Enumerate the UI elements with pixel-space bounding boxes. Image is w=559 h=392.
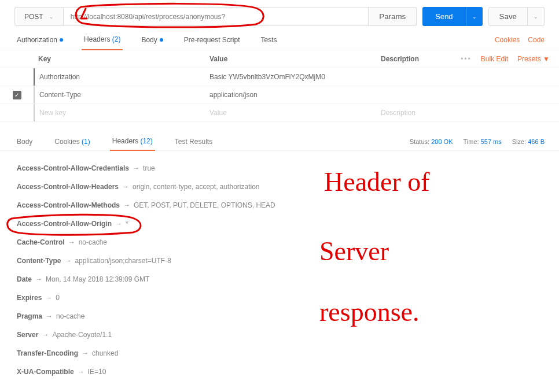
response-header-value: no-cache — [56, 312, 84, 320]
arrow-icon: → — [122, 183, 129, 191]
size-meta: Size: 466 B — [512, 138, 545, 145]
header-row-new[interactable]: New key Value Description — [0, 104, 559, 122]
response-header-name: Access-Control-Allow-Headers — [17, 183, 119, 191]
time-meta: Time: 557 ms — [463, 138, 501, 145]
method-label: POST — [24, 13, 43, 21]
response-header-row: Date→Mon, 14 May 2018 12:39:09 GMT — [14, 270, 545, 289]
response-tab-test-results[interactable]: Test Results — [172, 133, 215, 150]
arrow-icon: → — [35, 275, 42, 283]
response-header-name: X-UA-Compatible — [17, 368, 74, 376]
response-header-value: Mon, 14 May 2018 12:39:09 GMT — [46, 275, 149, 283]
more-icon[interactable]: ••• — [461, 55, 472, 63]
response-header-name: Server — [17, 331, 38, 339]
response-header-value: chunked — [92, 349, 118, 357]
response-header-value: Apache-Coyote/1.1 — [52, 331, 112, 339]
arrow-icon: → — [42, 331, 49, 339]
new-value-input[interactable]: Value — [205, 104, 376, 121]
response-header-row: Expires→0 — [14, 289, 545, 307]
response-header-name: Cache-Control — [17, 238, 65, 246]
column-header-value: Value — [205, 50, 376, 68]
header-desc-cell[interactable] — [376, 90, 559, 99]
arrow-icon: → — [64, 257, 71, 265]
arrow-icon: → — [133, 164, 139, 172]
header-value-cell[interactable]: application/json — [205, 86, 376, 103]
response-header-row: Access-Control-Allow-Headers→origin, con… — [14, 177, 545, 196]
dot-indicator — [160, 38, 163, 42]
response-header-value: true — [143, 164, 155, 172]
dot-indicator — [60, 38, 63, 42]
cookies-link[interactable]: Cookies — [495, 36, 520, 44]
header-desc-cell[interactable] — [376, 72, 559, 82]
new-key-input[interactable]: New key — [34, 104, 205, 121]
params-button[interactable]: Params — [369, 7, 417, 26]
response-header-row: Cache-Control→no-cache — [14, 233, 545, 252]
response-header-name: Access-Control-Allow-Credentials — [17, 164, 129, 172]
arrow-icon: → — [78, 368, 84, 376]
response-header-row: Content-Type→application/json;charset=UT… — [14, 252, 545, 270]
arrow-icon: → — [68, 238, 75, 246]
chevron-down-icon: ⌄ — [472, 14, 477, 20]
header-value-cell[interactable]: Basic YW5vbnltb3VzOmFiY2QxMjM0 — [205, 68, 376, 86]
tab-authorization[interactable]: Authorization — [14, 30, 65, 50]
http-method-select[interactable]: POST ⌄ — [14, 7, 64, 26]
response-header-value: GET, POST, PUT, DELETE, OPTIONS, HEAD — [134, 201, 275, 209]
response-header-row: Access-Control-Allow-Origin→* — [14, 215, 545, 233]
save-button[interactable]: Save — [488, 7, 528, 26]
tab-headers[interactable]: Headers (2) — [82, 29, 123, 50]
response-header-name: Date — [17, 275, 32, 283]
chevron-down-icon: ⌄ — [534, 14, 538, 20]
header-key-cell[interactable]: Authorization — [34, 68, 205, 86]
response-headers-list: Access-Control-Allow-Credentials→trueAcc… — [0, 151, 559, 389]
column-header-description: Description — [376, 50, 451, 68]
response-header-name: Access-Control-Allow-Methods — [17, 201, 120, 209]
response-header-value: application/json;charset=UTF-8 — [75, 257, 171, 265]
status-meta: Status: 200 OK — [410, 138, 453, 145]
url-input[interactable] — [64, 7, 369, 26]
response-header-value: * — [126, 220, 128, 228]
send-button[interactable]: Send — [422, 7, 465, 26]
new-desc-input[interactable]: Description — [376, 104, 559, 121]
arrow-icon: → — [123, 201, 130, 209]
response-tab-body[interactable]: Body — [14, 133, 35, 150]
checkbox-icon[interactable]: ✓ — [13, 91, 21, 99]
presets-dropdown[interactable]: Presets ▼ — [517, 55, 550, 63]
response-header-value: 0 — [56, 294, 60, 302]
column-header-key: Key — [34, 50, 205, 68]
code-link[interactable]: Code — [528, 36, 545, 44]
response-header-row: Transfer-Encoding→chunked — [14, 344, 545, 363]
response-header-name: Transfer-Encoding — [17, 349, 78, 357]
response-header-value: no-cache — [79, 238, 107, 246]
arrow-icon: → — [115, 220, 122, 228]
response-header-value: IE=10 — [88, 368, 106, 376]
response-tab-headers[interactable]: Headers (12) — [110, 132, 155, 151]
response-header-row: Access-Control-Allow-Credentials→true — [14, 159, 545, 177]
send-dropdown[interactable]: ⌄ — [466, 7, 483, 26]
bulk-edit-link[interactable]: Bulk Edit — [481, 55, 508, 63]
response-header-row: Pragma→no-cache — [14, 307, 545, 326]
response-header-name: Access-Control-Allow-Origin — [17, 220, 112, 228]
arrow-icon: → — [46, 312, 53, 320]
arrow-icon: → — [82, 349, 89, 357]
response-header-name: Pragma — [17, 312, 42, 320]
arrow-icon: → — [45, 294, 52, 302]
chevron-down-icon: ⌄ — [49, 14, 54, 20]
response-header-name: Content-Type — [17, 257, 61, 265]
response-header-value: origin, content-type, accept, authorizat… — [133, 183, 259, 191]
response-header-name: Expires — [17, 294, 42, 302]
tab-pre-request-script[interactable]: Pre-request Script — [182, 30, 242, 50]
tab-body[interactable]: Body — [139, 30, 165, 50]
header-row[interactable]: Authorization Basic YW5vbnltb3VzOmFiY2Qx… — [0, 68, 559, 86]
header-key-cell[interactable]: Content-Type — [34, 86, 205, 103]
save-dropdown[interactable]: ⌄ — [528, 7, 545, 26]
response-header-row: X-UA-Compatible→IE=10 — [14, 363, 545, 381]
response-tab-cookies[interactable]: Cookies (1) — [52, 133, 92, 150]
tab-tests[interactable]: Tests — [258, 30, 279, 50]
response-header-row: Access-Control-Allow-Methods→GET, POST, … — [14, 196, 545, 215]
response-header-row: Server→Apache-Coyote/1.1 — [14, 326, 545, 344]
header-row[interactable]: ✓ Content-Type application/json — [0, 86, 559, 104]
